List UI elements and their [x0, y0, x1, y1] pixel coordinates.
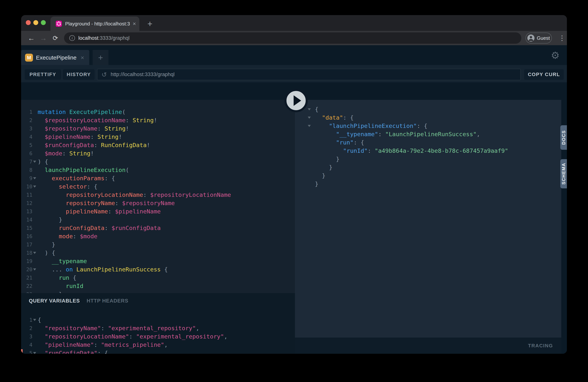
settings-gear-icon[interactable]: ⚙: [548, 49, 562, 62]
response-line: "launchPipelineExecution": {: [295, 122, 561, 130]
fold-arrow-icon[interactable]: [33, 319, 36, 321]
line-number: 18: [24, 250, 32, 256]
response-line: }: [295, 155, 561, 163]
variables-tabs: QUERY VARIABLESHTTP HEADERS: [29, 298, 128, 304]
fold-arrow-icon[interactable]: [33, 186, 36, 188]
line-number: 2: [24, 117, 32, 123]
line-number: 11: [24, 192, 32, 198]
tracing-label: TRACING: [528, 343, 553, 349]
new-tab-button[interactable]: +: [144, 18, 156, 29]
line-number: 5: [24, 142, 32, 148]
response-line: }: [295, 180, 561, 188]
query-line: 16 mode: $mode: [21, 232, 295, 240]
line-number: 17: [24, 242, 32, 248]
profile-button[interactable]: Guest: [525, 33, 552, 43]
browser-tab-strip: Playground - http://localhost:3 × +: [21, 15, 567, 31]
query-line: 15 runConfigData: $runConfigData: [21, 224, 295, 232]
line-number: 3: [24, 334, 32, 340]
line-number: 19: [24, 258, 32, 264]
query-line: 5 $runConfigData: RunConfigData!: [21, 141, 295, 149]
browser-window: Playground - http://localhost:3 × + ← → …: [21, 15, 567, 354]
profile-label: Guest: [537, 35, 550, 41]
query-line: 23 }: [21, 290, 295, 293]
query-line: 8 launchPipelineExecution(: [21, 166, 295, 174]
line-number: 14: [24, 217, 32, 223]
line-number: 15: [24, 225, 32, 231]
browser-menu-icon[interactable]: ⋮: [557, 31, 567, 45]
close-tab-icon[interactable]: ×: [133, 21, 136, 26]
line-number: 5: [24, 350, 32, 354]
response-line: "run": {: [295, 138, 561, 147]
history-button[interactable]: HISTORY: [63, 69, 95, 80]
traffic-minimize-icon[interactable]: [33, 20, 38, 25]
playground-tab[interactable]: M ExecutePipeline ×: [21, 50, 89, 65]
line-number: 10: [24, 184, 32, 190]
response-line: }: [295, 171, 561, 180]
fold-arrow-icon[interactable]: [33, 177, 36, 179]
response-line: }: [295, 163, 561, 171]
line-number: 23: [24, 291, 32, 293]
line-number: 4: [24, 342, 32, 348]
forward-icon[interactable]: →: [39, 31, 48, 45]
query-line: 13 pipelineName: $pipelineName: [21, 207, 295, 215]
query-line: 22 runId: [21, 282, 295, 290]
query-line: 9 executionParams: {: [21, 174, 295, 182]
schema-tab[interactable]: SCHEMA: [560, 159, 567, 188]
tab-query-variables[interactable]: QUERY VARIABLES: [29, 298, 80, 304]
query-line: 10 selector: {: [21, 182, 295, 191]
fold-arrow-icon[interactable]: [308, 108, 311, 110]
reload-icon[interactable]: ⟳: [50, 31, 60, 45]
url-bar[interactable]: i localhost:3333/graphql: [64, 32, 521, 44]
query-line: 11 repositoryLocationName: $repositoryLo…: [21, 191, 295, 199]
site-info-icon[interactable]: i: [69, 35, 75, 41]
execute-play-button[interactable]: [284, 89, 308, 112]
variables-line: 3 "repositoryLocationName": "experimenta…: [21, 332, 295, 340]
graphql-playground: M ExecutePipeline × + ⚙ PRETTIFY HISTORY…: [21, 45, 567, 354]
playground-toolbar: PRETTIFY HISTORY ↺ http://localhost:3333…: [21, 65, 567, 82]
traffic-zoom-icon[interactable]: [41, 20, 46, 25]
line-number: 6: [24, 150, 32, 156]
fold-arrow-icon[interactable]: [33, 352, 36, 354]
browser-tab-title: Playground - http://localhost:3: [65, 21, 131, 27]
fold-arrow-icon[interactable]: [33, 252, 36, 254]
avatar-icon: [527, 35, 534, 42]
line-number: 1: [24, 317, 32, 323]
endpoint-input[interactable]: ↺ http://localhost:3333/graphql: [97, 69, 521, 80]
query-line: 6 $mode: String!: [21, 149, 295, 157]
tracing-bar[interactable]: TRACING: [295, 338, 561, 354]
line-number: 7: [24, 159, 32, 165]
tab-http-headers[interactable]: HTTP HEADERS: [87, 298, 128, 304]
fold-arrow-icon[interactable]: [33, 161, 36, 163]
fold-arrow-icon[interactable]: [308, 117, 311, 119]
fold-arrow-icon[interactable]: [33, 268, 36, 271]
query-line: 17 }: [21, 240, 295, 249]
prettify-button[interactable]: PRETTIFY: [25, 69, 61, 80]
query-line: 12 repositoryName: $repositoryName: [21, 199, 295, 207]
browser-tab[interactable]: Playground - http://localhost:3 ×: [50, 17, 139, 31]
playground-tab-title: ExecutePipeline: [36, 54, 77, 61]
variables-pane[interactable]: QUERY VARIABLESHTTP HEADERS 1{2 "reposit…: [21, 293, 295, 354]
query-line: 20 ... on LaunchPipelineRunSuccess {: [21, 265, 295, 274]
line-number: 21: [24, 275, 32, 281]
variables-line: 2 "repositoryName": "experimental_reposi…: [21, 324, 295, 332]
line-number: 4: [24, 134, 32, 140]
play-icon: [294, 95, 301, 106]
line-number: 2: [24, 325, 32, 331]
query-line: 21 run {: [21, 274, 295, 282]
copy-curl-button[interactable]: COPY CURL: [524, 69, 564, 80]
response-line: "runId": "a49b864a-79e2-4be8-b78c-687457…: [295, 147, 561, 155]
query-line: 18 ) {: [21, 249, 295, 257]
close-playground-tab-icon[interactable]: ×: [81, 54, 84, 61]
endpoint-reload-icon[interactable]: ↺: [102, 71, 107, 78]
query-line: 19 __typename: [21, 257, 295, 265]
query-line: 4 $pipelineName: String!: [21, 133, 295, 141]
traffic-close-icon[interactable]: [26, 20, 31, 25]
fold-arrow-icon[interactable]: [308, 125, 311, 127]
query-line: 1mutation ExecutePipeline(: [21, 108, 295, 116]
back-icon[interactable]: ←: [26, 31, 36, 45]
add-playground-tab-button[interactable]: +: [93, 50, 108, 65]
line-number: 9: [24, 175, 32, 181]
query-editor[interactable]: 1mutation ExecutePipeline(2 $repositoryL…: [21, 100, 295, 293]
docs-tab[interactable]: DOCS: [560, 125, 567, 150]
mutation-badge: M: [25, 54, 33, 62]
